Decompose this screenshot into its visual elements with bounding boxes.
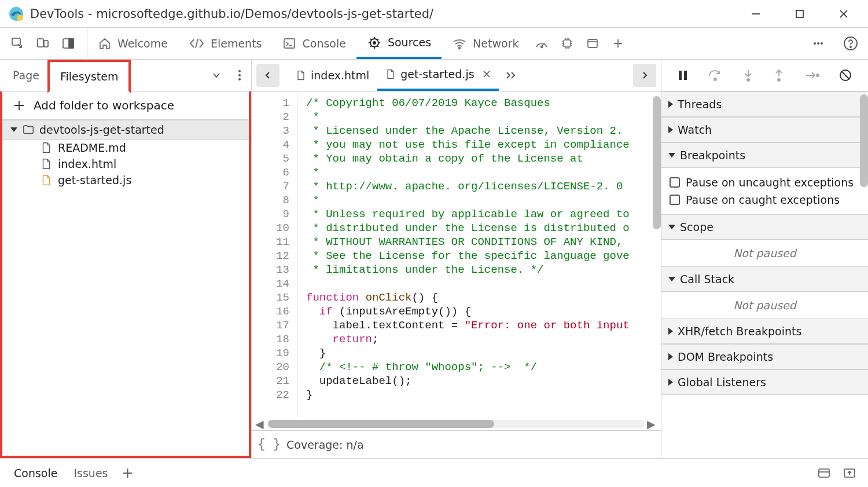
file-icon [385, 68, 396, 80]
pause-caught-checkbox-row[interactable]: Pause on caught exceptions [670, 191, 860, 208]
svg-point-21 [238, 74, 241, 76]
add-tab-icon[interactable] [605, 28, 631, 59]
xhr-section-header[interactable]: XHR/fetch Breakpoints [661, 318, 868, 344]
svg-rect-14 [588, 39, 597, 47]
navigator-dropdown-icon[interactable] [205, 60, 228, 91]
tab-console[interactable]: Console [272, 28, 356, 59]
file-tab-index[interactable]: index.html [288, 60, 377, 91]
tab-sources[interactable]: Sources [356, 28, 442, 59]
file-row[interactable]: index.html [2, 156, 249, 172]
drawer: Console Issues + [0, 458, 868, 487]
step-over-icon[interactable] [708, 69, 723, 82]
svg-rect-8 [284, 39, 295, 48]
tab-welcome[interactable]: Welcome [87, 28, 178, 59]
drawer-tab-console[interactable]: Console [6, 467, 65, 479]
file-row[interactable]: get-started.js [2, 172, 249, 188]
svg-rect-30 [819, 469, 829, 477]
threads-section-header[interactable]: Threads [661, 91, 868, 117]
application-icon[interactable] [580, 28, 605, 59]
title-bar: DevTools - microsoftedge.github.io/Demos… [0, 0, 868, 28]
folder-name: devtools-js-get-started [39, 123, 164, 136]
svg-rect-24 [684, 71, 687, 80]
breakpoints-section-header[interactable]: Breakpoints [661, 142, 868, 168]
step-out-icon[interactable] [773, 68, 785, 82]
scope-section-header[interactable]: Scope [661, 214, 868, 240]
svg-point-17 [821, 42, 823, 45]
checkbox[interactable] [670, 195, 680, 205]
drawer-expand-icon[interactable] [811, 459, 837, 487]
file-tab-get-started[interactable]: get-started.js [377, 60, 498, 91]
pause-button-icon[interactable] [677, 69, 689, 82]
svg-point-15 [814, 42, 816, 45]
window-minimize-button[interactable] [745, 3, 766, 24]
svg-point-28 [816, 74, 819, 76]
edge-devtools-logo [8, 6, 24, 22]
drawer-tab-issues[interactable]: Issues [65, 467, 116, 479]
window-maximize-button[interactable] [789, 3, 810, 24]
more-tabs-icon[interactable] [499, 71, 524, 80]
svg-point-26 [747, 79, 749, 81]
drawer-add-tab-icon[interactable]: + [116, 465, 139, 481]
global-section-header[interactable]: Global Listeners [661, 369, 868, 395]
svg-point-22 [238, 78, 241, 80]
dock-side-icon[interactable] [56, 28, 81, 59]
svg-point-1 [17, 14, 23, 21]
pretty-print-button[interactable]: { } [252, 437, 286, 452]
deactivate-breakpoints-icon[interactable] [838, 68, 852, 82]
device-toolbar-icon[interactable] [30, 28, 56, 59]
checkbox[interactable] [670, 177, 680, 188]
step-icon[interactable] [804, 69, 819, 82]
nav-forward-button[interactable] [633, 64, 656, 87]
svg-rect-7 [69, 39, 73, 48]
more-options-icon[interactable] [806, 28, 831, 59]
close-tab-icon[interactable] [483, 70, 491, 78]
help-icon[interactable] [838, 28, 863, 59]
code-area[interactable]: /* Copyright 06/07/2019 Kayce Basques * … [298, 91, 661, 418]
navigator-pane: Page Filesystem Add folder to workspace … [0, 60, 251, 458]
watch-section-header[interactable]: Watch [661, 117, 868, 142]
svg-point-11 [459, 47, 461, 49]
navigator-more-icon[interactable] [228, 60, 251, 91]
main-toolbar: Welcome Elements Console Sources Network [0, 28, 868, 60]
line-gutter: 12345678910111213141516171819202122 [252, 91, 298, 418]
window-close-button[interactable] [833, 3, 854, 24]
memory-icon[interactable] [554, 28, 580, 59]
code-editor[interactable]: 12345678910111213141516171819202122 /* C… [252, 91, 661, 418]
tab-elements[interactable]: Elements [178, 28, 273, 59]
scroll-left-icon[interactable]: ◀ [255, 418, 266, 430]
file-row[interactable]: README.md [2, 140, 249, 156]
dom-section-header[interactable]: DOM Breakpoints [661, 344, 868, 369]
scroll-right-icon[interactable]: ▶ [647, 418, 657, 430]
chevron-down-icon [668, 153, 675, 158]
navigator-tab-page[interactable]: Page [0, 60, 50, 91]
drawer-collapse-icon[interactable] [837, 459, 862, 487]
horizontal-scrollbar[interactable]: ◀ ▶ [252, 418, 661, 430]
pause-uncaught-checkbox-row[interactable]: Pause on uncaught exceptions [670, 174, 860, 191]
vertical-scrollbar[interactable] [860, 94, 868, 187]
chevron-down-icon [668, 277, 675, 281]
svg-rect-4 [38, 39, 43, 47]
svg-point-16 [817, 42, 819, 45]
svg-rect-13 [564, 40, 571, 47]
performance-icon[interactable] [529, 28, 554, 59]
navigator-tab-filesystem[interactable]: Filesystem [47, 60, 131, 93]
tab-network[interactable]: Network [442, 28, 529, 59]
vertical-scrollbar[interactable] [653, 96, 661, 229]
nav-back-button[interactable] [256, 64, 279, 87]
chevron-right-icon [668, 328, 673, 335]
chevron-down-icon [668, 225, 675, 229]
chevron-right-icon [668, 379, 673, 386]
step-into-icon[interactable] [742, 68, 754, 82]
svg-rect-2 [796, 10, 803, 17]
add-folder-button[interactable]: Add folder to workspace [2, 91, 249, 120]
plus-icon [13, 99, 25, 112]
inspect-element-icon[interactable] [5, 28, 30, 59]
file-name: get-started.js [58, 174, 131, 186]
svg-point-19 [850, 46, 851, 47]
tab-label: Elements [211, 37, 262, 50]
debugger-pane: Threads Watch Breakpoints Pause on uncau… [661, 60, 868, 458]
folder-row[interactable]: devtools-js-get-started [2, 120, 249, 140]
callstack-section-header[interactable]: Call Stack [661, 266, 868, 292]
chevron-right-icon [668, 126, 673, 133]
scrollbar-thumb[interactable] [268, 420, 494, 428]
